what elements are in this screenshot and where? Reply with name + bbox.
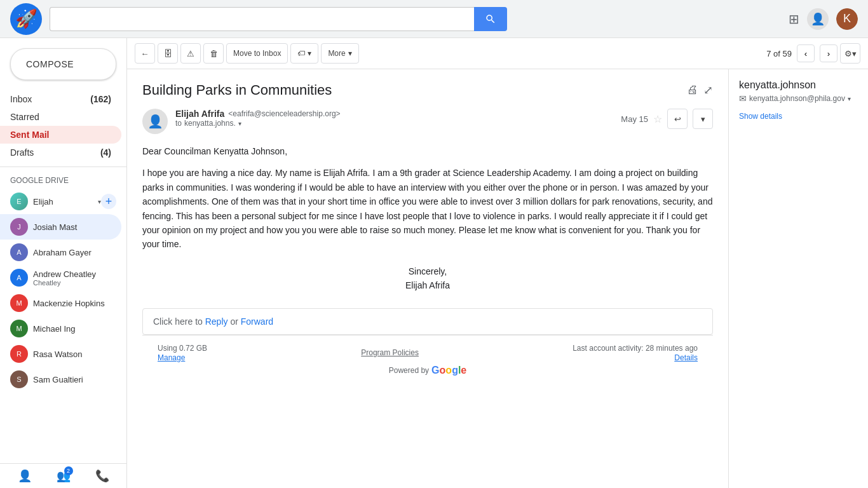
andrew-name: Andrew Cheatley xyxy=(33,269,96,279)
email-subject: Building Parks in Communities xyxy=(142,82,332,98)
sidebar-item-abraham[interactable]: A Abraham Gayer xyxy=(0,240,126,265)
reply-icon-small: ↩ xyxy=(674,114,681,124)
right-panel-contact-name: kenyatta.johnson xyxy=(739,79,858,91)
archive-icon: 🗄 xyxy=(164,49,172,58)
account-avatar[interactable]: K xyxy=(836,8,858,30)
andrew-avatar: A xyxy=(10,269,28,287)
rasa-name: Rasa Watson xyxy=(33,349,83,359)
forward-link[interactable]: Forward xyxy=(241,316,273,327)
google-logo: Google xyxy=(431,365,466,376)
labels-button[interactable]: 🏷 ▾ xyxy=(290,43,318,64)
right-panel: kenyatta.johnson ✉ kenyatta.johnson@phil… xyxy=(728,69,868,488)
contacts-icon[interactable]: 👥 2 xyxy=(57,469,71,483)
sidebar-item-michael[interactable]: M Michael Ing xyxy=(0,316,126,341)
email-dropdown-icon[interactable]: ▾ xyxy=(848,95,851,102)
pager-next-button[interactable]: › xyxy=(820,44,837,62)
email-paragraph: I hope you are having a nice day. My nam… xyxy=(142,166,713,251)
to-address: kenyatta.johns. xyxy=(184,119,236,128)
email-header: 👤 Elijah Afrifa <eafrifa@scienceleadersh… xyxy=(142,109,713,134)
email-date: May 15 xyxy=(621,114,648,124)
rasa-avatar: R xyxy=(10,345,28,363)
move-inbox-label: Move to Inbox xyxy=(233,49,281,58)
sidebar-item-rasa[interactable]: R Rasa Watson xyxy=(0,341,126,367)
main-layout: COMPOSE Inbox (162) Starred Sent Mail Dr… xyxy=(0,38,868,488)
show-details-link[interactable]: Show details xyxy=(739,112,782,121)
reply-box[interactable]: Click here to Reply or Forward xyxy=(142,308,713,335)
sidebar-item-andrew[interactable]: A Andrew Cheatley Cheatley xyxy=(0,265,126,290)
sender-info: Elijah Afrifa <eafrifa@scienceleadership… xyxy=(175,109,621,128)
elijah-group-header: E Elijah ▾ + xyxy=(0,189,126,214)
sidebar-item-drafts[interactable]: Drafts (4) xyxy=(0,144,121,161)
main-content: ← 🗄 ⚠ 🗑 Move to Inbox 🏷 ▾ More ▾ xyxy=(127,38,868,488)
delete-button[interactable]: 🗑 xyxy=(203,43,224,64)
delete-icon: 🗑 xyxy=(210,49,218,58)
more-button[interactable]: More ▾ xyxy=(321,43,358,64)
to-dropdown-icon[interactable]: ▾ xyxy=(238,120,241,127)
manage-storage-link[interactable]: Manage xyxy=(158,353,185,362)
elijah-group-label[interactable]: Elijah xyxy=(33,197,98,207)
closing-text: Sincerely, xyxy=(409,266,447,276)
sam-avatar: S xyxy=(10,370,28,388)
signature-text: Elijah Afrifa xyxy=(405,280,450,290)
back-icon: ← xyxy=(140,49,149,58)
email-greeting: Dear Councilman Kenyatta Johnson, xyxy=(142,144,713,158)
inbox-count: (162) xyxy=(90,94,111,104)
sam-name: Sam Gualtieri xyxy=(33,375,83,384)
toolbar-pager: 7 of 59 ‹ › xyxy=(766,44,837,62)
abraham-name: Abraham Gayer xyxy=(33,248,92,257)
sidebar-item-mackenzie[interactable]: M Mackenzie Hopkins xyxy=(0,290,126,316)
topbar-right: ⊞ 👤 K xyxy=(789,8,858,30)
settings-icon: ⚙ xyxy=(844,49,852,58)
search-button[interactable] xyxy=(474,7,507,31)
andrew-sub: Cheatley xyxy=(33,279,96,287)
search-input[interactable]: in:sent xyxy=(50,7,474,31)
sidebar-item-sent[interactable]: Sent Mail xyxy=(0,126,121,144)
reply-link[interactable]: Reply xyxy=(205,316,228,327)
mail-icon: ✉ xyxy=(739,93,747,104)
phone-icon[interactable]: 📞 xyxy=(95,469,109,483)
print-icon[interactable]: 🖨 xyxy=(687,83,698,97)
inbox-label: Inbox xyxy=(10,94,90,104)
more-options-button[interactable]: ▾ xyxy=(693,109,713,129)
compose-button[interactable]: COMPOSE xyxy=(10,48,116,80)
email-action-icons: 🖨 ⤢ xyxy=(687,83,713,97)
sender-email: <eafrifa@scienceleadership.org> xyxy=(228,109,340,118)
mackenzie-name: Mackenzie Hopkins xyxy=(33,299,105,308)
logo-icon: 🚀 xyxy=(15,8,37,29)
search-icon xyxy=(485,13,496,25)
profile-avatar[interactable]: 👤 xyxy=(807,8,829,30)
labels-arrow: ▾ xyxy=(308,49,311,58)
last-activity: Last account activity: 28 minutes ago De… xyxy=(573,343,698,362)
mackenzie-avatar: M xyxy=(10,294,28,312)
back-button[interactable]: ← xyxy=(135,43,155,64)
fullscreen-icon[interactable]: ⤢ xyxy=(703,83,713,97)
pager-prev-button[interactable]: ‹ xyxy=(797,44,815,62)
settings-button[interactable]: ⚙ ▾ xyxy=(840,43,860,64)
sidebar-item-starred[interactable]: Starred xyxy=(0,108,121,126)
email-toolbar: ← 🗄 ⚠ 🗑 Move to Inbox 🏷 ▾ More ▾ xyxy=(127,38,868,69)
program-policies-link[interactable]: Program Policies xyxy=(361,348,419,357)
sender-avatar: 👤 xyxy=(142,109,168,134)
right-panel-contact-email: ✉ kenyatta.johnson@phila.gov ▾ xyxy=(739,93,858,104)
add-person-icon[interactable]: 👤 xyxy=(18,469,32,483)
sidebar-item-inbox[interactable]: Inbox (162) xyxy=(0,90,121,108)
reply-button-small[interactable]: ↩ xyxy=(667,109,688,129)
josiah-name: Josiah Mast xyxy=(33,222,77,232)
report-spam-button[interactable]: ⚠ xyxy=(180,43,201,64)
star-icon[interactable]: ☆ xyxy=(653,113,662,125)
details-link[interactable]: Details xyxy=(674,353,698,362)
storage-info: Using 0.72 GB Manage xyxy=(158,343,207,362)
storage-row: Using 0.72 GB Manage Program Policies La… xyxy=(158,343,698,362)
move-to-inbox-button[interactable]: Move to Inbox xyxy=(226,43,288,64)
google-drive-label: google drive xyxy=(0,172,126,189)
add-contact-button[interactable]: + xyxy=(101,194,116,209)
archive-button[interactable]: 🗄 xyxy=(158,43,178,64)
more-arrow: ▾ xyxy=(348,49,352,58)
sent-label: Sent Mail xyxy=(10,130,111,140)
search-bar: in:sent xyxy=(50,7,507,31)
apps-grid-icon[interactable]: ⊞ xyxy=(789,11,799,27)
sidebar-item-sam[interactable]: S Sam Gualtieri xyxy=(0,367,126,392)
email-main: Building Parks in Communities 🖨 ⤢ 👤 Elij… xyxy=(127,69,728,488)
sidebar-item-josiah[interactable]: J Josiah Mast xyxy=(0,214,121,240)
starred-label: Starred xyxy=(10,112,111,122)
